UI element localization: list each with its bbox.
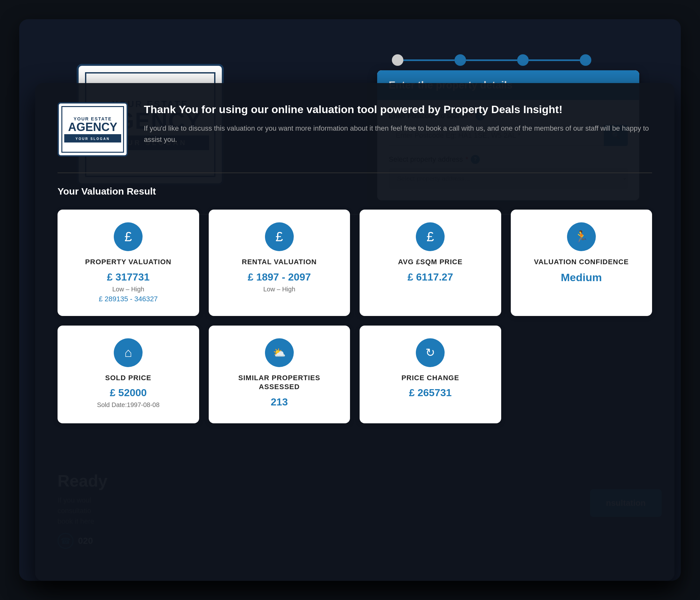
modal-logo-slogan: YOUR SLOGAN [75,137,110,140]
valuation-confidence-icon: 🏃 [567,223,596,251]
property-valuation-card: £ PROPERTY VALUATION £ 317731 Low – High… [57,210,199,316]
modal-divider [57,173,652,173]
rental-valuation-title: RENTAL VALUATION [242,258,317,267]
step-4-dot [580,54,591,66]
modal-logo-agency: AGENCY [68,122,117,133]
rental-valuation-card: £ RENTAL VALUATION £ 1897 - 2097 Low – H… [209,210,350,316]
avg-sqm-value: £ 6117.27 [407,271,453,283]
price-change-value: £ 265731 [409,387,452,399]
modal-header: YOUR ESTATE AGENCY YOUR SLOGAN Thank You… [57,102,652,157]
similar-properties-icon: ⛅ [265,338,294,367]
sold-price-icon: ⌂ [114,338,143,367]
valuation-confidence-title: VALUATION CONFIDENCE [534,258,629,267]
modal-logo: YOUR ESTATE AGENCY YOUR SLOGAN [57,102,128,157]
price-change-title: PRICE CHANGE [401,373,459,383]
step-line-3 [529,59,580,61]
avg-sqm-card: £ AVG £SQM PRICE £ 6117.27 [359,210,501,316]
rental-valuation-icon: £ [265,223,294,251]
property-valuation-subtitle: Low – High [112,286,144,293]
modal-header-text: Thank You for using our online valuation… [144,102,652,146]
similar-properties-card: ⛅ SIMILAR PROPERTIES ASSESSED 213 [209,325,350,424]
step-line-2 [466,59,517,61]
property-valuation-range: £ 289135 - 346327 [99,295,158,303]
progress-stepper [392,54,591,66]
valuation-confidence-card: 🏃 VALUATION CONFIDENCE Medium [511,210,652,316]
avg-sqm-title: AVG £SQM PRICE [398,258,462,267]
price-change-icon: ↻ [416,338,445,367]
rental-valuation-subtitle: Low – High [264,286,295,293]
sold-price-date: Sold Date:1997-08-08 [97,401,159,409]
valuation-result-title: Your Valuation Result [57,186,652,197]
similar-properties-value: 213 [271,396,288,408]
valuation-cards-grid: £ PROPERTY VALUATION £ 317731 Low – High… [57,210,652,423]
property-valuation-icon: £ [114,223,143,251]
step-3-dot [517,54,529,66]
property-valuation-value: £ 317731 [107,271,150,283]
sold-price-title: Sold Price [105,373,151,383]
step-2-dot [454,54,466,66]
sold-price-card: ⌂ Sold Price £ 52000 Sold Date:1997-08-0… [57,325,199,424]
similar-properties-title: SIMILAR PROPERTIES ASSESSED [218,373,341,392]
avg-sqm-icon: £ [416,223,445,251]
step-line-1 [403,59,454,61]
price-change-card: ↻ PRICE CHANGE £ 265731 [359,325,501,424]
sold-price-value: £ 52000 [110,387,147,399]
valuation-confidence-value: Medium [561,271,602,284]
property-valuation-title: PROPERTY VALUATION [85,258,171,267]
modal-thank-you-body: If you'd like to discuss this valuation … [144,123,652,145]
rental-valuation-value: £ 1897 - 2097 [248,271,311,283]
step-1-dot [392,54,403,66]
modal-thank-you-heading: Thank You for using our online valuation… [144,102,652,116]
valuation-modal: YOUR ESTATE AGENCY YOUR SLOGAN Thank You… [35,83,674,581]
